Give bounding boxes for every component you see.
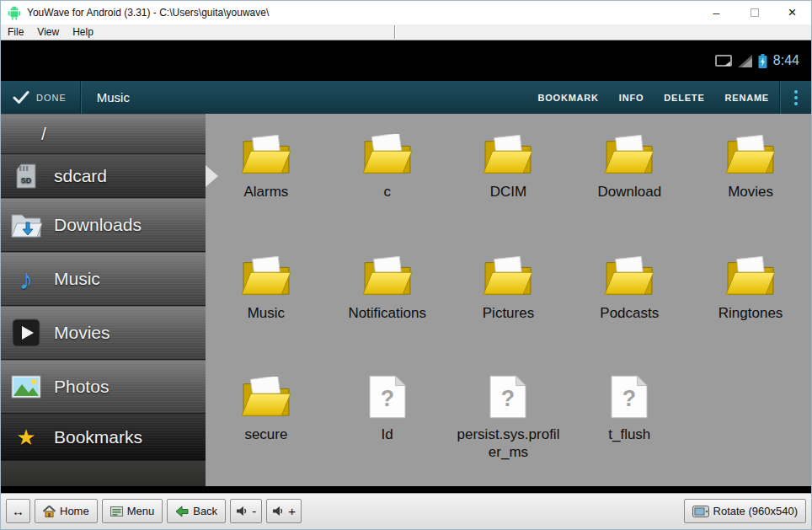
menu-button[interactable]: Menu <box>102 499 163 523</box>
folder-icon <box>240 124 292 176</box>
sidebar: / SD sdcard <box>1 114 206 486</box>
grid-item-music[interactable]: Music <box>206 240 327 361</box>
bookmark-action[interactable]: BOOKMARK <box>527 81 608 114</box>
done-label: DONE <box>36 93 67 103</box>
rotate-button[interactable]: Rotate (960x540) <box>684 499 806 523</box>
item-label: Download <box>597 183 661 201</box>
folder-icon <box>361 245 414 297</box>
rotate-device-icon <box>692 506 709 517</box>
overflow-dot <box>794 96 798 99</box>
folder-icon <box>724 124 777 176</box>
grid-item-t-flush[interactable]: ? t_flush <box>569 361 690 483</box>
menu-help[interactable]: Help <box>66 24 100 40</box>
sidebar-item-label: / <box>41 124 46 144</box>
sidebar-item-root[interactable]: / <box>1 114 206 154</box>
overflow-menu-button[interactable] <box>781 81 811 114</box>
rotate-label: Rotate (960x540) <box>713 505 798 517</box>
selected-item-arrow <box>206 165 218 187</box>
menu-view[interactable]: View <box>30 24 66 40</box>
speaker-icon <box>272 506 284 517</box>
delete-action[interactable]: DELETE <box>654 81 714 114</box>
maximize-button[interactable] <box>735 1 773 24</box>
svg-text:SD: SD <box>21 176 32 185</box>
home-label: Home <box>60 505 89 517</box>
grid-item-notifications[interactable]: Notifications <box>327 240 448 361</box>
item-label: t_flush <box>608 426 650 443</box>
grid-item-c[interactable]: c <box>327 119 448 240</box>
sidebar-item-label: Downloads <box>54 215 142 235</box>
sidebar-item-downloads[interactable]: Downloads <box>1 198 206 252</box>
menu-label: Menu <box>127 505 155 517</box>
grid-item-podcasts[interactable]: Podcasts <box>569 240 690 361</box>
menu-icon <box>110 506 123 517</box>
home-button[interactable]: Home <box>35 499 98 523</box>
app-window: YouWave for Android (3.31) - C:\Users\gu… <box>0 0 812 530</box>
grid-item-movies[interactable]: Movies <box>690 119 811 240</box>
cast-icon <box>715 55 732 67</box>
grid-item-alarms[interactable]: Alarms <box>206 119 327 240</box>
grid-item-download[interactable]: Download <box>569 119 690 240</box>
info-action[interactable]: INFO <box>609 81 654 114</box>
android-status-bar: 8:44 <box>1 40 811 81</box>
unknown-file-icon: ? <box>489 367 526 419</box>
photo-icon <box>9 375 43 399</box>
folder-icon <box>240 245 292 297</box>
sidebar-item-label: Photos <box>54 377 109 397</box>
done-button[interactable]: DONE <box>1 81 80 114</box>
rename-action[interactable]: RENAME <box>715 81 779 114</box>
folder-icon <box>240 367 292 419</box>
sidebar-item-sdcard[interactable]: SD sdcard <box>1 154 206 198</box>
sdcard-icon: SD <box>9 163 43 189</box>
item-label: Movies <box>728 183 773 201</box>
item-label: c <box>383 183 391 201</box>
grid-item-dcim[interactable]: DCIM <box>448 119 569 240</box>
grid-item-id[interactable]: ? Id <box>327 361 448 483</box>
unknown-file-icon: ? <box>369 367 406 419</box>
item-label: secure <box>244 426 287 443</box>
battery-icon <box>758 54 767 68</box>
screen-bottom-strip <box>1 486 811 493</box>
sidebar-item-music[interactable]: ♪ Music <box>1 252 206 306</box>
volume-down-label: - <box>252 504 256 518</box>
star-icon: ★ <box>9 425 43 451</box>
close-button[interactable]: × <box>773 1 811 24</box>
svg-text:?: ? <box>622 386 636 411</box>
unknown-file-icon: ? <box>611 367 648 419</box>
sidebar-item-photos[interactable]: Photos <box>1 360 206 414</box>
grid-item-ringtones[interactable]: Ringtones <box>690 240 811 361</box>
music-note-icon: ♪ <box>9 263 43 296</box>
grid-item-pictures[interactable]: Pictures <box>448 240 569 361</box>
folder-icon <box>482 124 534 176</box>
folder-icon <box>603 124 655 176</box>
actionbar-divider <box>80 81 82 114</box>
volume-up-button[interactable]: + <box>266 499 302 523</box>
minimize-button[interactable]: – <box>697 1 735 24</box>
menubar-divider <box>394 25 396 39</box>
title-bar: YouWave for Android (3.31) - C:\Users\gu… <box>1 1 811 24</box>
item-label: Podcasts <box>600 304 659 322</box>
sidebar-item-label: Movies <box>54 323 110 343</box>
maximize-icon <box>751 8 759 17</box>
sidebar-item-movies[interactable]: Movies <box>1 306 206 360</box>
back-label: Back <box>193 505 217 517</box>
sidebar-item-bookmarks[interactable]: ★ Bookmarks <box>1 414 206 461</box>
folder-icon <box>482 245 534 297</box>
downloads-icon <box>9 211 43 238</box>
grid-item-persist-sys-profiler-ms[interactable]: ? persist.sys.profiler_ms <box>448 361 569 483</box>
item-label: Id <box>382 426 393 443</box>
item-label: DCIM <box>490 183 526 201</box>
back-icon <box>175 506 189 517</box>
signal-icon <box>738 55 752 67</box>
back-button[interactable]: Back <box>167 499 226 523</box>
movies-play-icon <box>9 319 43 347</box>
home-icon <box>43 506 56 517</box>
grid-item-secure[interactable]: secure <box>206 361 327 483</box>
check-icon <box>13 90 29 104</box>
volume-down-button[interactable]: - <box>230 499 262 523</box>
resize-button[interactable]: ↔ <box>6 499 30 523</box>
actionbar-actions: BOOKMARK INFO DELETE RENAME <box>527 81 811 114</box>
menu-file[interactable]: File <box>1 24 30 40</box>
actionbar-title: Music <box>97 90 528 104</box>
sidebar-item-label: sdcard <box>54 166 107 186</box>
sidebar-item-label: Bookmarks <box>54 427 142 447</box>
